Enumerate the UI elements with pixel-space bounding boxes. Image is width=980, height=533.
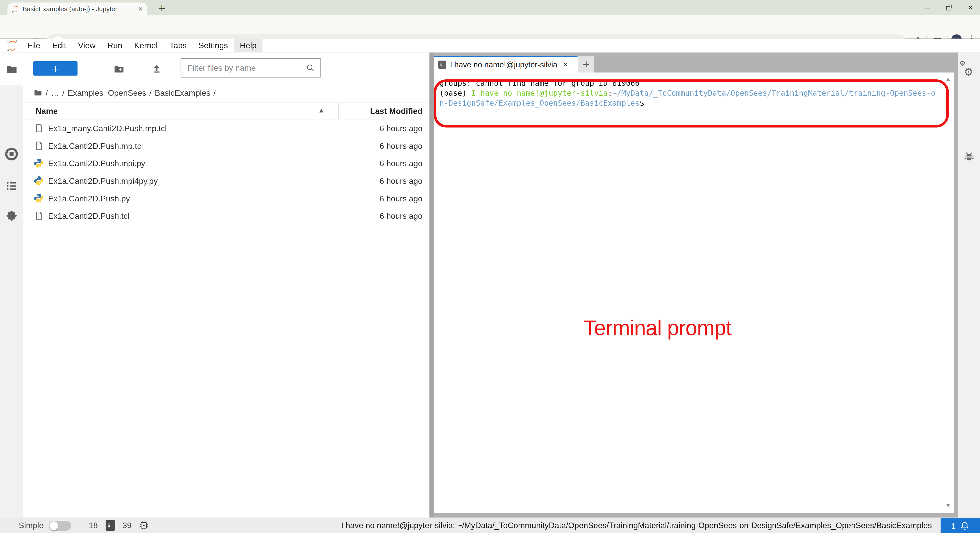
file-modified: 6 hours ago: [380, 211, 422, 221]
scroll-up-icon[interactable]: ▲: [946, 76, 950, 82]
menu-item-run[interactable]: Run: [102, 39, 128, 52]
file-name: Ex1a.Canti2D.Push.mpi4py.py: [48, 176, 158, 185]
file-modified: 6 hours ago: [380, 194, 422, 203]
breadcrumb-ellipsis[interactable]: …: [51, 88, 59, 97]
breadcrumb-separator: /: [149, 88, 151, 97]
workspace: + ↻ /…/Examples_OpenSees/BasicExamples/: [0, 53, 980, 518]
terminals-count: 18: [89, 521, 98, 530]
sort-ascending-icon[interactable]: ▲: [319, 107, 323, 113]
scroll-down-icon[interactable]: ▼: [946, 503, 950, 508]
file-name: Ex1a.Canti2D.Push.mpi.py: [48, 159, 145, 168]
screen: BasicExamples (auto-j) - Jupyter ✕ + — ✕…: [0, 0, 980, 533]
column-header-name[interactable]: Name: [36, 106, 58, 116]
search-icon: [306, 63, 315, 73]
session-path-text: I have no name!@jupyter-silvia: ~/MyData…: [341, 521, 932, 530]
table-of-contents-icon[interactable]: [0, 181, 23, 191]
file-row[interactable]: Ex1a.Canti2D.Push.py6 hours ago: [23, 189, 430, 207]
file-list-header: Name ▲ Last Modified: [23, 103, 430, 119]
breadcrumb-items: /…/Examples_OpenSees/BasicExamples/: [46, 88, 216, 97]
debugger-icon[interactable]: [964, 151, 974, 165]
file-name: Ex1a.Canti2D.Push.tcl: [48, 211, 130, 221]
file-icon: [34, 211, 44, 221]
browser-tab-title: BasicExamples (auto-j) - Jupyter: [22, 5, 135, 13]
file-browser-icon[interactable]: [0, 63, 23, 75]
window-controls: — ✕: [923, 0, 980, 15]
notifications-count: 1: [951, 521, 956, 530]
home-folder-icon[interactable]: [33, 88, 43, 97]
browser-tab[interactable]: BasicExamples (auto-j) - Jupyter ✕: [7, 3, 147, 15]
terminal-line: groups: cannot find name for group ID 81…: [439, 78, 935, 88]
menu-item-view[interactable]: View: [72, 39, 102, 52]
menu-item-kernel[interactable]: Kernel: [128, 39, 164, 52]
file-icon: [34, 141, 44, 151]
terminal-panel[interactable]: groups: cannot find name for group ID 81…: [434, 73, 954, 513]
breadcrumb-separator: /: [213, 88, 216, 97]
terminal-output: groups: cannot find name for group ID 81…: [439, 78, 935, 108]
file-modified: 6 hours ago: [380, 141, 422, 150]
filter-files-input[interactable]: [186, 62, 306, 73]
plus-icon: +: [51, 63, 59, 74]
upload-icon[interactable]: [149, 61, 164, 76]
column-divider: [338, 103, 339, 119]
file-row[interactable]: Ex1a.Canti2D.Push.mp.tcl6 hours ago: [23, 137, 430, 154]
jupyter-favicon-icon: [11, 5, 19, 13]
file-icon: [34, 123, 44, 133]
simple-mode-label: Simple: [19, 521, 43, 530]
new-folder-icon[interactable]: [111, 61, 126, 76]
file-modified: 6 hours ago: [380, 124, 422, 133]
menu-item-help[interactable]: Help: [234, 39, 262, 52]
breadcrumb-separator: /: [62, 88, 65, 97]
terminal-line: (base) I have no name!@jupyter-silvia:~/…: [439, 88, 935, 98]
new-launcher-button[interactable]: +: [33, 61, 78, 76]
panel-resize-handle[interactable]: [429, 53, 434, 518]
file-modified: 6 hours ago: [380, 159, 422, 168]
browser-tab-strip: BasicExamples (auto-j) - Jupyter ✕ + — ✕: [0, 0, 980, 15]
file-row[interactable]: Ex1a.Canti2D.Push.tcl6 hours ago: [23, 207, 430, 224]
menu-item-file[interactable]: File: [21, 39, 46, 52]
terminal-tab[interactable]: $_ I have no name!@jupyter-silvia ✕: [434, 56, 578, 73]
breadcrumb: /…/Examples_OpenSees/BasicExamples/: [33, 86, 216, 100]
file-modified: 6 hours ago: [380, 176, 422, 185]
file-row[interactable]: Ex1a.Canti2D.Push.mpi4py.py6 hours ago: [23, 172, 430, 189]
bell-icon: [960, 521, 969, 531]
breadcrumb-separator: /: [46, 88, 48, 97]
window-close-icon[interactable]: ✕: [966, 3, 975, 11]
breadcrumb-segment[interactable]: Examples_OpenSees: [68, 88, 146, 97]
menubar-items: FileEditViewRunKernelTabsSettingsHelp: [21, 39, 262, 52]
window-minimize-icon[interactable]: —: [923, 3, 931, 11]
add-tab-button[interactable]: +: [578, 56, 594, 73]
property-inspector-icon[interactable]: ⚙ ⚙: [958, 53, 980, 80]
menu-item-tabs[interactable]: Tabs: [164, 39, 192, 52]
python-icon: [34, 193, 44, 203]
breadcrumb-segment[interactable]: BasicExamples: [155, 88, 210, 97]
running-sessions-icon[interactable]: [0, 147, 23, 161]
filter-files-box[interactable]: [181, 58, 321, 78]
column-header-modified[interactable]: Last Modified: [370, 106, 422, 116]
left-activity-bar: [0, 53, 23, 518]
divider: [0, 86, 23, 86]
notifications-badge[interactable]: 1: [941, 518, 980, 533]
terminal-status-icon[interactable]: $_: [106, 520, 115, 531]
file-row[interactable]: Ex1a.Canti2D.Push.mpi.py6 hours ago: [23, 154, 430, 172]
window-restore-icon[interactable]: [945, 4, 953, 11]
menu-item-settings[interactable]: Settings: [192, 39, 234, 52]
kernel-status-icon[interactable]: [139, 520, 149, 533]
file-row[interactable]: Ex1a_many.Canti2D.Push.mp.tcl6 hours ago: [23, 119, 430, 137]
kernels-count: 39: [123, 521, 131, 530]
main-dock-panel: $_ I have no name!@jupyter-silvia ✕ + gr…: [434, 53, 958, 518]
toggle-knob: [49, 521, 58, 530]
extension-manager-icon[interactable]: [0, 209, 23, 222]
python-icon: [34, 158, 44, 168]
python-icon: [34, 176, 44, 186]
menu-item-edit[interactable]: Edit: [46, 39, 72, 52]
status-bar: Simple 18 $_ 39 I have no name!@jupyter-…: [0, 518, 980, 533]
jupyter-logo-icon: [5, 39, 20, 52]
file-name: Ex1a.Canti2D.Push.mp.tcl: [48, 141, 143, 150]
terminal-line: n-DesignSafe/Examples_OpenSees/BasicExam…: [439, 98, 935, 108]
file-browser-panel: + ↻ /…/Examples_OpenSees/BasicExamples/: [23, 53, 430, 518]
simple-mode-toggle[interactable]: [49, 521, 71, 531]
new-tab-button[interactable]: +: [156, 2, 168, 14]
terminal-tab-label: I have no name!@jupyter-silvia: [450, 60, 561, 69]
tab-close-icon[interactable]: ✕: [138, 5, 143, 12]
close-terminal-tab-icon[interactable]: ✕: [563, 61, 568, 69]
